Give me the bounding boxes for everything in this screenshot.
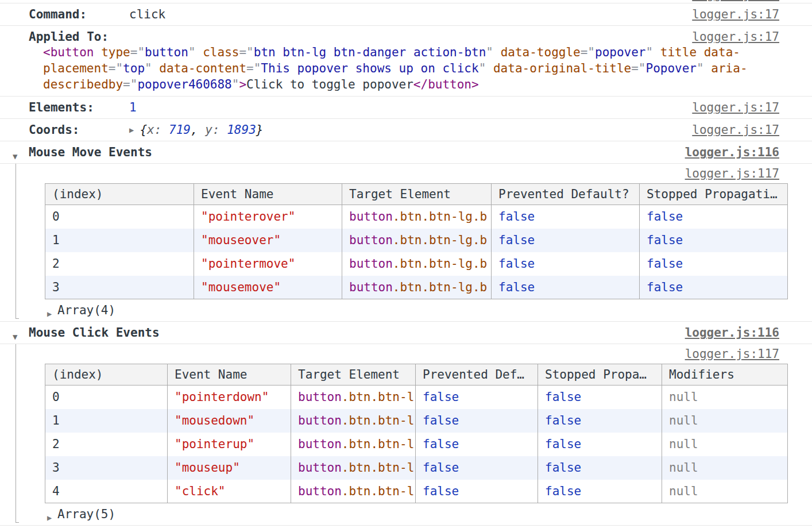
group-header-mouse-move-events[interactable]: ▼ Mouse Move Events logger.js:116 bbox=[0, 141, 812, 164]
cell-index: 2 bbox=[45, 433, 168, 456]
group-title: Mouse Click Events bbox=[29, 326, 160, 340]
table-source-row: logger.js:117 bbox=[0, 164, 812, 183]
collapse-triangle-icon[interactable]: ▼ bbox=[13, 329, 17, 344]
cell-event: "mouseup" bbox=[168, 456, 291, 480]
elements-label: Elements: bbox=[29, 100, 129, 115]
source-link[interactable]: logger.js:117 bbox=[685, 347, 779, 361]
group-content-mouse-move: logger.js:117 (index)Event NameTarget El… bbox=[0, 164, 812, 322]
column-header[interactable]: Prevented Def… bbox=[416, 364, 538, 385]
expand-triangle-icon[interactable]: ▶ bbox=[47, 306, 52, 321]
table-row: 0"pointerdown"button.btn.btn-lfalsefalse… bbox=[45, 385, 788, 409]
cell-modifiers: null bbox=[662, 456, 788, 480]
cell-stopped: false bbox=[640, 229, 788, 252]
html-code-block: <button type="button" class="btn btn-lg … bbox=[43, 44, 779, 92]
table-header-row: (index)Event NameTarget ElementPrevented… bbox=[45, 184, 788, 205]
array-summary: ▶ Array(4) bbox=[0, 299, 812, 321]
expand-triangle-icon[interactable]: ▶ bbox=[129, 122, 134, 137]
table-row: 2"pointermove"button.btn.btn-lg.bfalsefa… bbox=[45, 252, 788, 276]
cell-prevented: false bbox=[416, 433, 538, 456]
elements-row: Elements:1 logger.js:17 bbox=[0, 97, 812, 119]
cell-target: button.btn.btn-lg.b bbox=[342, 229, 492, 252]
group-indent-line bbox=[16, 344, 16, 523]
group-title: Mouse Move Events bbox=[29, 145, 152, 159]
command-label: Command: bbox=[29, 7, 129, 22]
table-header-row: (index)Event NameTarget ElementPrevented… bbox=[45, 364, 788, 385]
source-link[interactable]: logger.js:116 bbox=[685, 145, 779, 160]
column-header[interactable]: Event Name bbox=[168, 364, 291, 385]
command-value: click bbox=[129, 7, 165, 21]
cell-event: "click" bbox=[168, 480, 291, 503]
cell-modifiers: null bbox=[662, 409, 788, 433]
cell-target: button.btn.btn-l bbox=[291, 433, 416, 456]
column-header[interactable]: (index) bbox=[45, 184, 194, 205]
source-link[interactable]: logger.js:17 bbox=[692, 100, 779, 115]
group-header-mouse-click-events[interactable]: ▼ Mouse Click Events logger.js:116 bbox=[0, 322, 812, 344]
coords-row: Coords:▶{x: 719, y: 1893} logger.js:17 bbox=[0, 119, 812, 141]
source-link[interactable]: logger.js:17 bbox=[692, 122, 779, 137]
cell-index: 1 bbox=[45, 229, 194, 252]
cell-stopped: false bbox=[538, 385, 662, 409]
column-header[interactable]: Event Name bbox=[194, 184, 342, 205]
console-table-mouse-move: (index)Event NameTarget ElementPrevented… bbox=[45, 183, 788, 299]
table-row: 3"mousemove"button.btn.btn-lg.bfalsefals… bbox=[45, 276, 788, 299]
table-row: 2"pointerup"button.btn.btn-lfalsefalsenu… bbox=[45, 433, 788, 456]
table-row: 1"mousedown"button.btn.btn-lfalsefalsenu… bbox=[45, 409, 788, 433]
source-link[interactable]: logger.js:117 bbox=[685, 167, 779, 180]
cell-prevented: false bbox=[416, 409, 538, 433]
coords-object-preview: {x: 719, y: 1893} bbox=[140, 123, 263, 137]
source-link[interactable]: logger.js:116 bbox=[685, 325, 779, 340]
group-content-mouse-click: logger.js:117 (index)Event NameTarget El… bbox=[0, 344, 812, 526]
column-header[interactable]: Stopped Propa… bbox=[538, 364, 662, 385]
console-log-panel: logger.js:17 Command:click logger.js:17 … bbox=[0, 0, 812, 526]
cell-index: 2 bbox=[45, 252, 194, 276]
cell-event: "mouseover" bbox=[194, 229, 342, 252]
table-row: 0"pointerover"button.btn.btn-lg.bfalsefa… bbox=[45, 205, 788, 229]
column-header[interactable]: (index) bbox=[45, 364, 168, 385]
cell-index: 4 bbox=[45, 480, 168, 503]
cell-prevented: false bbox=[492, 252, 640, 276]
cell-prevented: false bbox=[492, 276, 640, 299]
cell-index: 3 bbox=[45, 456, 168, 480]
cell-index: 3 bbox=[45, 276, 194, 299]
column-header[interactable]: Prevented Default? bbox=[492, 184, 640, 205]
column-header[interactable]: Stopped Propagati… bbox=[640, 184, 788, 205]
collapse-triangle-icon[interactable]: ▼ bbox=[13, 149, 17, 164]
cell-modifiers: null bbox=[662, 433, 788, 456]
cell-index: 0 bbox=[45, 205, 194, 229]
cell-prevented: false bbox=[492, 229, 640, 252]
cell-stopped: false bbox=[538, 480, 662, 503]
cell-event: "mousedown" bbox=[168, 409, 291, 433]
cell-target: button.btn.btn-lg.b bbox=[342, 205, 492, 229]
cell-prevented: false bbox=[416, 480, 538, 503]
column-header[interactable]: Modifiers bbox=[662, 364, 788, 385]
column-header[interactable]: Target Element bbox=[291, 364, 416, 385]
cell-stopped: false bbox=[640, 252, 788, 276]
cell-prevented: false bbox=[492, 205, 640, 229]
cell-event: "pointerup" bbox=[168, 433, 291, 456]
table-row: 1"mouseover"button.btn.btn-lg.bfalsefals… bbox=[45, 229, 788, 252]
cell-stopped: false bbox=[538, 433, 662, 456]
code-line: placement="top" data-content="This popov… bbox=[43, 60, 779, 76]
array-summary: ▶ Array(5) bbox=[0, 503, 812, 525]
cell-modifiers: null bbox=[662, 480, 788, 503]
cell-stopped: false bbox=[538, 409, 662, 433]
cell-target: button.btn.btn-l bbox=[291, 456, 416, 480]
array-label: Array(5) bbox=[57, 507, 115, 521]
cell-event: "pointerdown" bbox=[168, 385, 291, 409]
source-link[interactable]: logger.js:17 bbox=[692, 29, 779, 44]
column-header[interactable]: Target Element bbox=[342, 184, 492, 205]
source-link[interactable]: logger.js:17 bbox=[692, 7, 779, 22]
cell-target: button.btn.btn-l bbox=[291, 409, 416, 433]
table-row: 4"click"button.btn.btn-lfalsefalsenull bbox=[45, 480, 788, 503]
expand-triangle-icon[interactable]: ▶ bbox=[47, 510, 52, 525]
source-link[interactable]: logger.js:17 bbox=[692, 0, 779, 2]
table-source-row: logger.js:117 bbox=[0, 344, 812, 364]
group-indent-line bbox=[16, 164, 16, 319]
code-line: <button type="button" class="btn btn-lg … bbox=[43, 44, 779, 60]
cell-event: "pointerover" bbox=[194, 205, 342, 229]
cell-stopped: false bbox=[538, 456, 662, 480]
cell-target: button.btn.btn-lg.b bbox=[342, 276, 492, 299]
cell-index: 0 bbox=[45, 385, 168, 409]
cell-event: "pointermove" bbox=[194, 252, 342, 276]
cell-stopped: false bbox=[640, 276, 788, 299]
